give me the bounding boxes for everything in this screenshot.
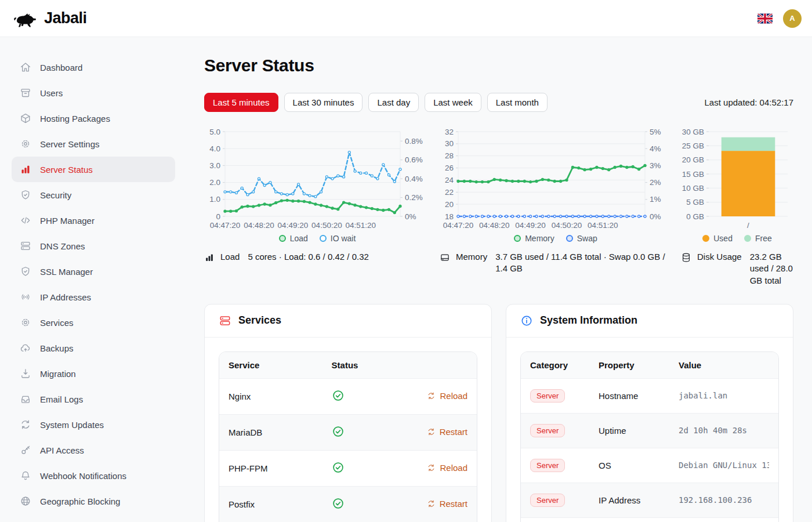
memory-chart-legend: MemorySwap [440, 234, 672, 243]
svg-text:04:49:20: 04:49:20 [278, 221, 309, 230]
sidebar-item-webhook-notifications[interactable]: Webhook Notifications [12, 463, 175, 488]
system-info-row: ServerUptime2d 10h 40m 28s [521, 413, 778, 448]
property-name: Connections [589, 517, 669, 522]
key-icon [20, 444, 31, 456]
sidebar-item-server-status[interactable]: Server Status [12, 157, 175, 182]
load-chart: 01.02.03.04.05.00%0.2%0.4%0.6%0.8%04:47:… [204, 125, 430, 233]
range-button-last-5-minutes[interactable]: Last 5 minutes [204, 93, 278, 112]
legend-item-swap: Swap [566, 234, 597, 243]
svg-text:3%: 3% [650, 161, 661, 170]
property-name: IP Address [589, 483, 669, 517]
status-ok-icon [332, 425, 345, 438]
service-action-label: Restart [440, 499, 467, 509]
legend-item-io-wait: IO wait [320, 234, 356, 243]
property-value: 2d 10h 40m 28s [679, 426, 769, 435]
drive-icon [440, 252, 450, 263]
stat-value: 23.2 GB used / 28.0 GB total [750, 251, 793, 287]
svg-text:0.6%: 0.6% [405, 155, 423, 164]
system-information-card-title: System Information [540, 314, 637, 327]
range-button-last-day[interactable]: Last day [368, 93, 419, 112]
svg-text:20: 20 [445, 200, 454, 209]
svg-text:18: 18 [445, 212, 454, 221]
svg-text:0%: 0% [650, 212, 661, 221]
svg-text:04:48:20: 04:48:20 [479, 221, 510, 230]
postfix-restart-button[interactable]: Restart [427, 499, 467, 509]
sidebar-item-users[interactable]: Users [12, 80, 175, 106]
service-name: PHP-FPM [219, 450, 322, 486]
load-chart-legend: LoadIO wait [204, 234, 430, 243]
column-header-value: Value [669, 352, 778, 379]
sidebar-item-label: Hosting Packages [40, 114, 110, 124]
broadcast-icon [20, 291, 31, 303]
cloud-up-icon [20, 342, 31, 354]
range-button-last-week[interactable]: Last week [425, 93, 481, 112]
sidebar-item-system-updates[interactable]: System Updates [12, 412, 175, 437]
sidebar-item-ssl-manager[interactable]: SSL Manager [12, 259, 175, 284]
svg-text:04:50:20: 04:50:20 [552, 221, 582, 230]
brand[interactable]: Jabali [13, 9, 87, 27]
mariadb-restart-button[interactable]: Restart [427, 427, 467, 437]
sidebar-item-label: Email Logs [40, 394, 83, 404]
svg-text:04:51:20: 04:51:20 [588, 221, 618, 230]
service-row: NginxReload [219, 378, 477, 414]
language-flag-uk-icon[interactable] [757, 13, 773, 24]
sidebar-item-label: Services [40, 318, 74, 328]
svg-text:2%: 2% [650, 178, 661, 187]
service-row: PostfixRestart [219, 486, 477, 522]
archive-icon [20, 87, 31, 99]
property-value: 192.168.100.236 [679, 495, 769, 505]
sidebar-item-ip-addresses[interactable]: IP Addresses [12, 284, 175, 310]
svg-text:30 GB: 30 GB [682, 128, 704, 136]
range-button-last-month[interactable]: Last month [487, 93, 548, 112]
time-range-toolbar: Last 5 minutesLast 30 minutesLast dayLas… [204, 93, 793, 112]
sidebar-item-dns-zones[interactable]: DNS Zones [12, 233, 175, 259]
sidebar-item-hosting-packages[interactable]: Hosting Packages [12, 106, 175, 131]
avatar[interactable]: A [783, 9, 802, 28]
sidebar-item-label: SSL Manager [40, 267, 93, 277]
legend-item-load: Load [279, 234, 308, 243]
sidebar-item-label: System Updates [40, 420, 104, 430]
globe-icon [20, 495, 31, 507]
sidebar-item-security[interactable]: Security [12, 182, 175, 208]
sidebar-item-email-logs[interactable]: Email Logs [12, 386, 175, 412]
svg-text:5%: 5% [650, 128, 661, 136]
sidebar-item-dashboard[interactable]: Dashboard [12, 55, 175, 80]
sidebar-item-php-manager[interactable]: PHP Manager [12, 208, 175, 233]
sidebar-item-label: API Access [40, 445, 84, 455]
inbox-icon [20, 393, 31, 405]
svg-text:10 GB: 10 GB [682, 184, 704, 193]
system-info-row: ServerConnections113 [521, 517, 778, 522]
services-table: Service Status NginxReloadMariaDBRestart… [219, 352, 477, 522]
svg-text:2.0: 2.0 [209, 178, 220, 187]
system-info-row: ServerOSDebian GNU/Linux 13 (trixie) [521, 448, 778, 483]
php-fpm-reload-button[interactable]: Reload [427, 463, 467, 473]
sidebar-item-label: Backups [40, 343, 74, 353]
sidebar-item-label: Dashboard [40, 63, 82, 72]
column-header-property: Property [589, 352, 669, 379]
server-stack-icon [219, 314, 231, 327]
sidebar-item-server-settings[interactable]: Server Settings [12, 131, 175, 157]
stat-value: 3.7 GB used / 11.4 GB total · Swap 0.0 G… [495, 251, 672, 275]
system-info-row: ServerIP Address192.168.100.236 [521, 483, 778, 517]
app-header: Jabali A [0, 0, 812, 37]
sidebar-item-migration[interactable]: Migration [12, 361, 175, 386]
sidebar-item-label: Users [40, 88, 63, 98]
sidebar-item-api-access[interactable]: API Access [12, 437, 175, 463]
sidebar-item-backups[interactable]: Backups [12, 335, 175, 361]
svg-text:24: 24 [445, 176, 454, 184]
svg-text:04:51:20: 04:51:20 [346, 221, 376, 230]
stat-label: Memory [456, 251, 487, 263]
legend-item-memory: Memory [514, 234, 554, 243]
sidebar-item-label: Webhook Notifications [40, 471, 126, 481]
sidebar-item-services[interactable]: Services [12, 310, 175, 335]
system-information-table: Category Property Value ServerHostnameja… [521, 352, 778, 522]
legend-item-used: Used [702, 234, 733, 243]
nginx-reload-button[interactable]: Reload [427, 391, 467, 401]
sidebar-item-geographic-blocking[interactable]: Geographic Blocking [12, 488, 175, 514]
status-ok-icon [332, 461, 345, 474]
property-name: Hostname [589, 378, 669, 413]
svg-text:4%: 4% [650, 144, 661, 153]
service-name: Postfix [219, 486, 322, 522]
range-button-last-30-minutes[interactable]: Last 30 minutes [284, 93, 363, 112]
load-stat: Load5 cores · Load: 0.6 / 0.42 / 0.32 [204, 251, 430, 263]
